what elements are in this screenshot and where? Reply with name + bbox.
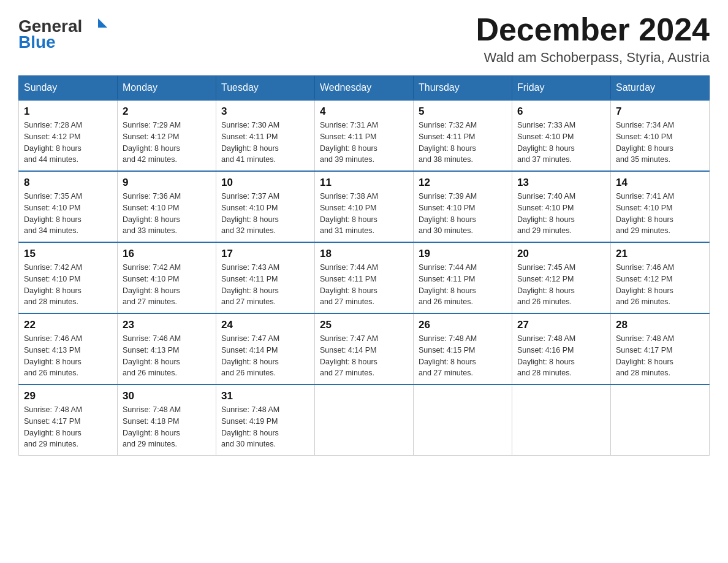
day-info: Sunrise: 7:40 AM Sunset: 4:10 PM Dayligh…	[517, 191, 605, 237]
day-info: Sunrise: 7:38 AM Sunset: 4:10 PM Dayligh…	[320, 191, 408, 237]
calendar-cell: 22 Sunrise: 7:46 AM Sunset: 4:13 PM Dayl…	[19, 313, 118, 385]
calendar-cell: 11 Sunrise: 7:38 AM Sunset: 4:10 PM Dayl…	[315, 171, 414, 242]
day-info: Sunrise: 7:48 AM Sunset: 4:15 PM Dayligh…	[419, 333, 507, 379]
day-number: 9	[123, 177, 211, 189]
calendar-cell: 25 Sunrise: 7:47 AM Sunset: 4:14 PM Dayl…	[315, 313, 414, 385]
day-info: Sunrise: 7:36 AM Sunset: 4:10 PM Dayligh…	[123, 191, 211, 237]
day-info: Sunrise: 7:46 AM Sunset: 4:12 PM Dayligh…	[616, 262, 704, 308]
day-number: 26	[419, 319, 507, 331]
day-number: 22	[24, 319, 112, 331]
calendar-cell: 19 Sunrise: 7:44 AM Sunset: 4:11 PM Dayl…	[414, 242, 512, 313]
day-number: 13	[517, 177, 605, 189]
calendar-cell	[611, 385, 710, 456]
day-number: 2	[123, 105, 211, 118]
day-number: 27	[517, 319, 605, 331]
calendar-cell: 28 Sunrise: 7:48 AM Sunset: 4:17 PM Dayl…	[611, 313, 710, 385]
day-info: Sunrise: 7:45 AM Sunset: 4:12 PM Dayligh…	[517, 262, 605, 308]
day-number: 29	[24, 390, 112, 402]
calendar-cell	[414, 385, 512, 456]
day-info: Sunrise: 7:35 AM Sunset: 4:10 PM Dayligh…	[24, 191, 112, 237]
day-info: Sunrise: 7:46 AM Sunset: 4:13 PM Dayligh…	[123, 333, 211, 379]
day-number: 17	[221, 248, 309, 260]
day-number: 15	[24, 248, 112, 260]
day-info: Sunrise: 7:42 AM Sunset: 4:10 PM Dayligh…	[123, 262, 211, 308]
day-info: Sunrise: 7:41 AM Sunset: 4:10 PM Dayligh…	[616, 191, 704, 237]
day-number: 6	[517, 105, 605, 118]
calendar-cell	[315, 385, 414, 456]
day-info: Sunrise: 7:34 AM Sunset: 4:10 PM Dayligh…	[616, 120, 704, 166]
week-row-5: 29 Sunrise: 7:48 AM Sunset: 4:17 PM Dayl…	[19, 385, 710, 456]
calendar-cell: 23 Sunrise: 7:46 AM Sunset: 4:13 PM Dayl…	[118, 313, 216, 385]
day-info: Sunrise: 7:28 AM Sunset: 4:12 PM Dayligh…	[24, 120, 112, 166]
day-number: 24	[221, 319, 309, 331]
header-monday: Monday	[118, 76, 216, 101]
day-number: 31	[221, 390, 309, 402]
day-number: 19	[419, 248, 507, 260]
day-number: 1	[24, 105, 112, 118]
calendar-cell: 10 Sunrise: 7:37 AM Sunset: 4:10 PM Dayl…	[216, 171, 315, 242]
day-number: 11	[320, 177, 408, 189]
day-info: Sunrise: 7:37 AM Sunset: 4:10 PM Dayligh…	[221, 191, 309, 237]
calendar-cell: 27 Sunrise: 7:48 AM Sunset: 4:16 PM Dayl…	[512, 313, 611, 385]
day-info: Sunrise: 7:48 AM Sunset: 4:18 PM Dayligh…	[123, 404, 211, 450]
day-info: Sunrise: 7:47 AM Sunset: 4:14 PM Dayligh…	[221, 333, 309, 379]
calendar-cell: 5 Sunrise: 7:32 AM Sunset: 4:11 PM Dayli…	[414, 100, 512, 171]
calendar-cell: 1 Sunrise: 7:28 AM Sunset: 4:12 PM Dayli…	[19, 100, 118, 171]
calendar-table: Sunday Monday Tuesday Wednesday Thursday…	[18, 75, 710, 456]
day-info: Sunrise: 7:29 AM Sunset: 4:12 PM Dayligh…	[123, 120, 211, 166]
day-info: Sunrise: 7:48 AM Sunset: 4:16 PM Dayligh…	[517, 333, 605, 379]
day-number: 12	[419, 177, 507, 189]
calendar-cell: 26 Sunrise: 7:48 AM Sunset: 4:15 PM Dayl…	[414, 313, 512, 385]
day-number: 8	[24, 177, 112, 189]
title-area: December 2024 Wald am Schoberpass, Styri…	[476, 12, 710, 66]
page-header: General Blue December 2024 Wald am Schob…	[18, 12, 710, 66]
day-number: 21	[616, 248, 704, 260]
day-number: 7	[616, 105, 704, 118]
calendar-cell: 9 Sunrise: 7:36 AM Sunset: 4:10 PM Dayli…	[118, 171, 216, 242]
svg-marker-1	[98, 18, 107, 28]
day-number: 18	[320, 248, 408, 260]
svg-text:Blue: Blue	[18, 33, 56, 52]
calendar-title: December 2024	[476, 12, 710, 47]
calendar-cell: 24 Sunrise: 7:47 AM Sunset: 4:14 PM Dayl…	[216, 313, 315, 385]
calendar-cell: 17 Sunrise: 7:43 AM Sunset: 4:11 PM Dayl…	[216, 242, 315, 313]
week-row-3: 15 Sunrise: 7:42 AM Sunset: 4:10 PM Dayl…	[19, 242, 710, 313]
days-header-row: Sunday Monday Tuesday Wednesday Thursday…	[19, 76, 710, 101]
day-number: 16	[123, 248, 211, 260]
header-saturday: Saturday	[611, 76, 710, 101]
day-info: Sunrise: 7:43 AM Sunset: 4:11 PM Dayligh…	[221, 262, 309, 308]
day-info: Sunrise: 7:48 AM Sunset: 4:17 PM Dayligh…	[24, 404, 112, 450]
day-number: 4	[320, 105, 408, 118]
logo-svg: General Blue	[18, 12, 107, 52]
day-info: Sunrise: 7:39 AM Sunset: 4:10 PM Dayligh…	[419, 191, 507, 237]
calendar-cell: 31 Sunrise: 7:48 AM Sunset: 4:19 PM Dayl…	[216, 385, 315, 456]
calendar-cell: 16 Sunrise: 7:42 AM Sunset: 4:10 PM Dayl…	[118, 242, 216, 313]
day-info: Sunrise: 7:30 AM Sunset: 4:11 PM Dayligh…	[221, 120, 309, 166]
calendar-cell: 15 Sunrise: 7:42 AM Sunset: 4:10 PM Dayl…	[19, 242, 118, 313]
calendar-cell: 14 Sunrise: 7:41 AM Sunset: 4:10 PM Dayl…	[611, 171, 710, 242]
day-number: 3	[221, 105, 309, 118]
logo: General Blue	[18, 12, 107, 52]
calendar-cell: 6 Sunrise: 7:33 AM Sunset: 4:10 PM Dayli…	[512, 100, 611, 171]
header-thursday: Thursday	[414, 76, 512, 101]
day-info: Sunrise: 7:31 AM Sunset: 4:11 PM Dayligh…	[320, 120, 408, 166]
calendar-cell: 4 Sunrise: 7:31 AM Sunset: 4:11 PM Dayli…	[315, 100, 414, 171]
day-info: Sunrise: 7:33 AM Sunset: 4:10 PM Dayligh…	[517, 120, 605, 166]
day-number: 10	[221, 177, 309, 189]
day-info: Sunrise: 7:44 AM Sunset: 4:11 PM Dayligh…	[419, 262, 507, 308]
calendar-cell: 20 Sunrise: 7:45 AM Sunset: 4:12 PM Dayl…	[512, 242, 611, 313]
day-number: 25	[320, 319, 408, 331]
header-tuesday: Tuesday	[216, 76, 315, 101]
calendar-cell	[512, 385, 611, 456]
day-number: 5	[419, 105, 507, 118]
day-number: 20	[517, 248, 605, 260]
day-number: 14	[616, 177, 704, 189]
day-info: Sunrise: 7:42 AM Sunset: 4:10 PM Dayligh…	[24, 262, 112, 308]
day-info: Sunrise: 7:44 AM Sunset: 4:11 PM Dayligh…	[320, 262, 408, 308]
calendar-cell: 21 Sunrise: 7:46 AM Sunset: 4:12 PM Dayl…	[611, 242, 710, 313]
calendar-cell: 29 Sunrise: 7:48 AM Sunset: 4:17 PM Dayl…	[19, 385, 118, 456]
week-row-2: 8 Sunrise: 7:35 AM Sunset: 4:10 PM Dayli…	[19, 171, 710, 242]
calendar-cell: 12 Sunrise: 7:39 AM Sunset: 4:10 PM Dayl…	[414, 171, 512, 242]
day-info: Sunrise: 7:32 AM Sunset: 4:11 PM Dayligh…	[419, 120, 507, 166]
day-number: 23	[123, 319, 211, 331]
